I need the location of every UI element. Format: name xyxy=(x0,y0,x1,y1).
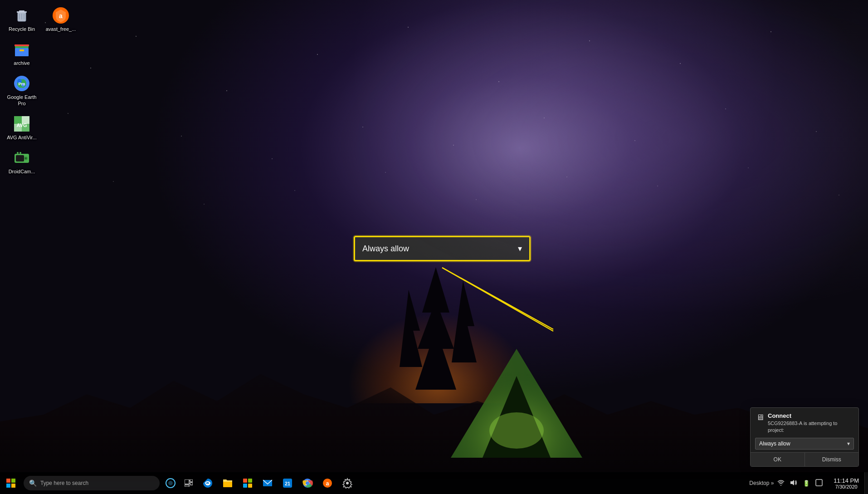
always-allow-dropdown[interactable]: Always allow ▾ xyxy=(354,236,531,261)
notification-body: 5CG9226883-A is attempting to project: xyxy=(768,420,853,433)
search-placeholder-text: Type here to search xyxy=(40,480,88,486)
svg-rect-46 xyxy=(185,485,189,487)
avast-label: avast_free_... xyxy=(46,26,76,32)
task-view-button[interactable] xyxy=(180,474,198,492)
notifications-tray-icon[interactable] xyxy=(814,479,824,488)
svg-line-35 xyxy=(442,268,553,331)
svg-point-57 xyxy=(306,481,309,485)
ok-button[interactable]: OK xyxy=(751,453,805,466)
svg-point-33 xyxy=(17,152,19,154)
svg-text:Pro: Pro xyxy=(18,82,25,86)
avast-icon: a xyxy=(52,6,70,24)
notification-header: 🖥 Connect 5CG9226883-A is attempting to … xyxy=(751,408,858,435)
svg-rect-16 xyxy=(15,48,29,56)
notification-buttons: OK Dismiss xyxy=(751,452,858,466)
clock-date: 7/30/2020 xyxy=(835,484,858,489)
svg-rect-44 xyxy=(190,479,193,482)
svg-rect-37 xyxy=(6,479,10,483)
dropdown-selected-text: Always allow xyxy=(362,244,409,254)
droidcam-label: DroidCam... xyxy=(9,169,35,175)
google-earth-label: Google Earth Pro xyxy=(6,94,37,106)
taskbar-clock[interactable]: 11:14 PM 7/30/2020 xyxy=(828,477,864,489)
taskbar-app-chrome[interactable] xyxy=(297,472,317,494)
svg-rect-40 xyxy=(11,484,15,488)
cortana-button[interactable] xyxy=(161,474,180,492)
desktop-label: Desktop » xyxy=(749,480,774,486)
dismiss-button[interactable]: Dismiss xyxy=(805,453,859,466)
svg-text:AVG: AVG xyxy=(16,122,27,128)
archive-icon xyxy=(13,40,31,59)
svg-point-42 xyxy=(168,481,173,485)
search-icon: 🔍 xyxy=(29,479,37,487)
droidcam-icon xyxy=(13,149,31,167)
desktop-icon-avg[interactable]: AVG AVG AntiVir... xyxy=(5,113,39,142)
svg-rect-18 xyxy=(15,44,29,46)
desktop-icon-avast[interactable]: a avast_free_... xyxy=(44,5,78,34)
taskbar-app-file-explorer[interactable] xyxy=(218,472,238,494)
svg-rect-50 xyxy=(243,484,247,488)
start-button[interactable] xyxy=(0,472,22,494)
battery-tray-icon[interactable]: 🔋 xyxy=(801,480,812,487)
recycle-bin-label: Recycle Bin xyxy=(9,26,35,32)
avg-label: AVG AntiVir... xyxy=(7,135,37,141)
svg-line-36 xyxy=(442,268,553,329)
avg-icon: AVG xyxy=(13,115,31,133)
svg-point-6 xyxy=(489,412,544,449)
notification-title: Connect xyxy=(768,412,853,419)
svg-point-32 xyxy=(25,157,27,159)
notification-dropdown-chevron-icon: ▾ xyxy=(847,440,850,447)
svg-rect-43 xyxy=(185,479,189,484)
taskbar-app-avast[interactable]: a xyxy=(317,472,337,494)
notification-always-allow-dropdown[interactable]: Always allow ▾ xyxy=(755,438,854,450)
svg-point-60 xyxy=(346,482,349,484)
taskbar-app-settings[interactable] xyxy=(337,472,357,494)
svg-rect-45 xyxy=(190,483,193,485)
taskbar-app-store[interactable] xyxy=(238,472,258,494)
svg-marker-61 xyxy=(790,480,794,485)
svg-rect-39 xyxy=(6,484,10,488)
desktop-icon-archive[interactable]: archive xyxy=(5,39,39,68)
taskbar-search-bar[interactable]: 🔍 Type here to search xyxy=(24,476,160,490)
network-tray-icon[interactable] xyxy=(775,479,786,488)
svg-rect-30 xyxy=(16,155,24,161)
connect-icon: 🖥 xyxy=(756,413,764,422)
svg-rect-17 xyxy=(20,49,24,51)
archive-label: archive xyxy=(14,60,29,66)
svg-text:21: 21 xyxy=(285,481,290,486)
svg-rect-48 xyxy=(243,479,247,483)
svg-rect-9 xyxy=(19,10,24,12)
svg-marker-1 xyxy=(400,290,422,367)
google-earth-icon: Pro xyxy=(13,74,31,93)
svg-text:a: a xyxy=(59,12,63,20)
taskbar-app-5[interactable]: 21 xyxy=(278,472,297,494)
desktop-icons-area: Recycle Bin a avast_free_... xyxy=(0,0,83,181)
taskbar: 🔍 Type here to search xyxy=(0,472,868,494)
svg-point-34 xyxy=(20,152,21,154)
svg-rect-62 xyxy=(816,479,822,486)
show-desktop-button[interactable] xyxy=(864,472,868,494)
recycle-bin-icon xyxy=(13,6,31,24)
volume-tray-icon[interactable] xyxy=(788,479,799,488)
taskbar-app-edge[interactable] xyxy=(198,472,218,494)
desktop-icon-droidcam[interactable]: DroidCam... xyxy=(5,147,39,176)
svg-rect-38 xyxy=(11,479,15,483)
desktop-icon-recycle-bin[interactable]: Recycle Bin xyxy=(5,5,39,34)
svg-rect-49 xyxy=(248,479,252,483)
svg-rect-51 xyxy=(248,484,252,488)
desktop-background: Recycle Bin a avast_free_... xyxy=(0,0,868,494)
dropdown-annotation-popup[interactable]: Always allow ▾ xyxy=(354,236,531,261)
desktop-icon-google-earth[interactable]: Pro Google Earth Pro xyxy=(5,73,39,108)
camping-tent xyxy=(437,340,596,467)
notification-dropdown-text: Always allow xyxy=(759,440,790,447)
taskbar-pinned-apps: 21 a xyxy=(198,472,746,494)
system-tray: Desktop » 🔋 xyxy=(746,479,828,488)
taskbar-app-mail[interactable] xyxy=(258,472,278,494)
clock-time: 11:14 PM xyxy=(834,477,859,484)
notification-connect-popup: 🖥 Connect 5CG9226883-A is attempting to … xyxy=(750,407,859,467)
svg-text:a: a xyxy=(326,480,329,487)
dropdown-chevron-icon: ▾ xyxy=(518,244,522,254)
